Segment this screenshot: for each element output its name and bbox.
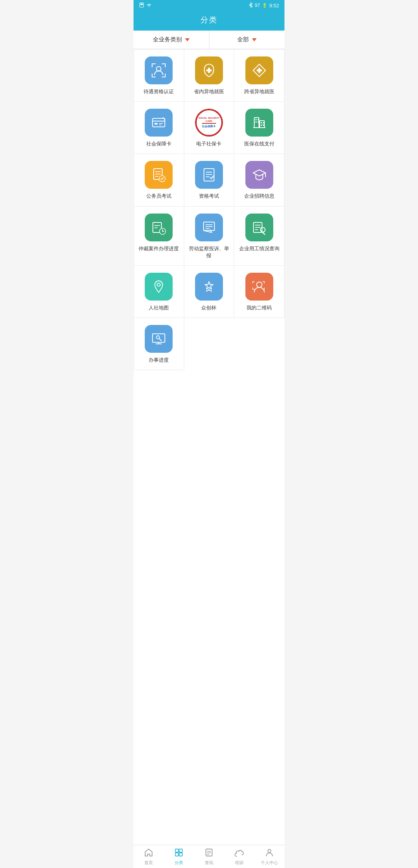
nav-home-icon [144, 848, 153, 859]
svg-rect-27 [263, 122, 264, 123]
filter-category-label: 全业务类别 [153, 36, 182, 43]
wifi-icon [146, 3, 152, 9]
svg-point-54 [260, 227, 265, 232]
svg-rect-36 [204, 169, 214, 181]
battery-icon: 🔋 [262, 3, 267, 8]
grid-item-9[interactable]: 企业招聘信息 [234, 154, 284, 206]
item-9-label: 企业招聘信息 [244, 193, 274, 200]
grid-item-8[interactable]: 资格考试 [184, 154, 235, 206]
svg-rect-25 [258, 121, 259, 123]
social-security-icon: SOCIAL SECURITY CARD 社会保障卡 [195, 109, 223, 137]
nav-category-label: 分类 [175, 860, 183, 866]
grid-item-4[interactable]: 社会保障卡 [134, 102, 184, 154]
nav-category[interactable]: 分类 [164, 845, 194, 868]
item-1-label: 待遇资格认证 [144, 88, 174, 95]
item-15-label: 我的二维码 [247, 304, 272, 311]
nav-news[interactable]: 资讯 [194, 845, 224, 868]
item-8-label: 资格考试 [199, 193, 219, 200]
svg-rect-67 [206, 849, 212, 856]
grid-item-5[interactable]: SOCIAL SECURITY CARD 社会保障卡 电子社保卡 [184, 102, 235, 154]
item-13-icon [145, 273, 173, 301]
svg-rect-9 [165, 73, 166, 77]
grid-item-2[interactable]: 省内异地就医 [184, 50, 235, 102]
nav-training[interactable]: 培训 [224, 845, 254, 868]
battery-text: 97 [255, 3, 260, 8]
item-6-label: 医保在线支付 [244, 140, 274, 147]
item-8-icon [195, 161, 223, 189]
item-5-label: 电子社保卡 [196, 140, 221, 147]
filter-category[interactable]: 全业务类别 [134, 31, 209, 49]
svg-rect-7 [152, 73, 152, 77]
nav-home-label: 首页 [144, 860, 153, 866]
item-7-label: 公务员考试 [146, 193, 171, 200]
nav-news-label: 资讯 [205, 860, 213, 866]
item-11-icon [195, 214, 223, 241]
item-4-icon [145, 109, 173, 137]
item-3-icon [245, 56, 273, 84]
status-left [139, 2, 152, 9]
item-14-label: 众创杯 [201, 304, 216, 311]
item-15-icon [245, 273, 273, 301]
item-2-label: 省内异地就医 [194, 88, 224, 95]
filter-row: 全业务类别 全部 [134, 31, 284, 49]
page-title: 分类 [200, 15, 218, 24]
grid-item-7[interactable]: 公务员考试 [134, 154, 184, 206]
item-16-label: 办事进度 [149, 357, 169, 364]
nav-home[interactable]: 首页 [134, 845, 164, 868]
nav-category-icon [174, 848, 183, 859]
svg-rect-63 [175, 849, 178, 852]
grid-item-16[interactable]: 办事进度 [134, 318, 184, 370]
item-2-icon [195, 56, 223, 84]
nav-training-label: 培训 [235, 860, 243, 866]
nav-training-icon [235, 848, 244, 859]
svg-point-71 [268, 849, 271, 853]
svg-rect-65 [175, 853, 178, 856]
time-display: 9:52 [269, 3, 279, 9]
item-14-icon [195, 273, 223, 301]
grid-item-15[interactable]: 我的二维码 [234, 266, 284, 318]
svg-rect-3 [152, 63, 152, 67]
svg-rect-24 [255, 121, 257, 123]
svg-point-57 [257, 282, 262, 287]
item-11-label: 劳动监察投诉、举报 [187, 245, 231, 259]
page-header: 分类 [134, 11, 284, 31]
filter-all[interactable]: 全部 [209, 31, 285, 49]
item-6-icon [245, 109, 273, 137]
grid-item-14[interactable]: 众创杯 [184, 266, 235, 318]
grid-item-13[interactable]: 人社地图 [134, 266, 184, 318]
svg-rect-66 [179, 853, 182, 856]
svg-point-55 [157, 283, 160, 286]
item-10-label: 仲裁案件办理进度 [139, 245, 179, 252]
grid-item-12[interactable]: 企业用工情况查询 [234, 207, 284, 266]
grid-item-3[interactable]: 跨省异地就医 [234, 50, 284, 102]
svg-rect-23 [258, 119, 259, 120]
item-10-icon [145, 214, 173, 241]
service-grid-container: 待遇资格认证 省内异地就医 跨省异地就医 社会保障卡 SOCIAL SECURI… [134, 49, 284, 845]
bluetooth-icon [249, 2, 253, 9]
item-9-icon [245, 161, 273, 189]
status-right: 97 🔋 9:52 [249, 2, 279, 9]
item-13-label: 人社地图 [149, 304, 169, 311]
svg-rect-1 [140, 3, 143, 5]
nav-profile-label: 个人中心 [261, 860, 278, 866]
grid-item-10[interactable]: 仲裁案件办理进度 [134, 207, 184, 266]
item-12-label: 企业用工情况查询 [239, 245, 279, 252]
svg-rect-64 [179, 849, 182, 852]
svg-rect-58 [152, 334, 165, 342]
nav-profile[interactable]: 个人中心 [254, 845, 284, 868]
grid-item-1[interactable]: 待遇资格认证 [134, 50, 184, 102]
item-4-label: 社会保障卡 [146, 140, 171, 147]
svg-rect-5 [165, 63, 166, 67]
filter-category-arrow [185, 38, 190, 41]
grid-item-11[interactable]: 劳动监察投诉、举报 [184, 207, 235, 266]
nav-news-icon [204, 848, 214, 859]
filter-all-label: 全部 [237, 36, 249, 43]
item-7-icon [145, 161, 173, 189]
item-16-icon [145, 325, 173, 353]
svg-rect-47 [204, 222, 214, 231]
filter-all-arrow [252, 38, 257, 41]
grid-item-6[interactable]: 医保在线支付 [234, 102, 284, 154]
svg-rect-14 [257, 70, 262, 72]
svg-rect-17 [154, 123, 158, 125]
svg-rect-15 [152, 118, 165, 127]
